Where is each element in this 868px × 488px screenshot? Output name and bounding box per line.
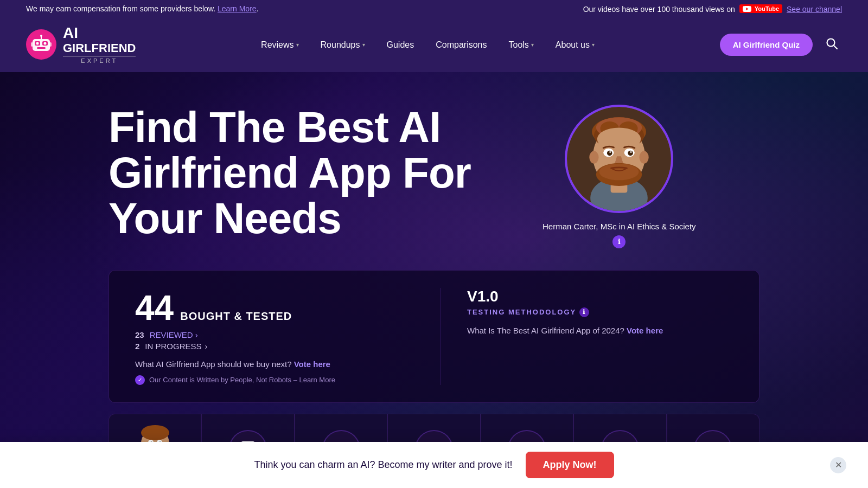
nav-comparisons[interactable]: Comparisons: [427, 36, 495, 54]
svg-point-23: [590, 151, 599, 163]
nav-about-us[interactable]: About us ▾: [547, 36, 603, 54]
hero-content: Find The Best AI Girlfriend App For Your…: [0, 72, 868, 270]
logo[interactable]: AI GIRLFRIEND EXPERT: [26, 25, 136, 64]
svg-rect-8: [31, 42, 33, 47]
search-button[interactable]: [821, 33, 842, 57]
svg-point-4: [44, 42, 47, 45]
author-avatar: [565, 105, 673, 213]
chevron-down-icon: ▾: [362, 42, 365, 48]
stats-right: V1.0 TESTING METHODOLOGY ℹ What Is The B…: [441, 288, 733, 385]
best-question: What Is The Best AI Girlfriend App of 20…: [467, 326, 733, 335]
svg-point-32: [599, 163, 639, 180]
youtube-text: YouTube: [755, 5, 779, 12]
content-notice: ✓ Our Content is Written by People, Not …: [135, 375, 427, 385]
header-right: AI Girlfriend Quiz: [720, 33, 842, 57]
best-vote-link[interactable]: Vote here: [627, 326, 663, 335]
apply-now-button[interactable]: Apply Now!: [526, 452, 614, 478]
nav-roundups[interactable]: Roundups ▾: [312, 36, 374, 54]
chevron-down-icon: ▾: [592, 42, 595, 48]
stats-left: 44 BOUGHT & TESTED 23 REVIEWED › 2 IN PR…: [135, 288, 427, 385]
logo-icon: [26, 29, 56, 60]
svg-point-3: [36, 42, 39, 45]
bought-label: BOUGHT & TESTED: [180, 310, 292, 323]
check-icon: ✓: [135, 375, 145, 385]
svg-point-30: [630, 151, 632, 153]
vote-here-link[interactable]: Vote here: [294, 359, 330, 369]
stats-section: 44 BOUGHT & TESTED 23 REVIEWED › 2 IN PR…: [108, 270, 760, 403]
floating-banner: Think you can charm an AI? Become my wri…: [0, 442, 868, 488]
methodology-info-icon[interactable]: ℹ: [579, 307, 589, 317]
svg-rect-5: [37, 47, 46, 49]
banner-text: Think you can charm an AI? Become my wri…: [254, 459, 512, 471]
chevron-down-icon: ▾: [296, 42, 299, 48]
stats-grid: 44 BOUGHT & TESTED 23 REVIEWED › 2 IN PR…: [135, 288, 733, 385]
close-banner-button[interactable]: ✕: [830, 457, 846, 473]
hero-title: Find The Best AI Girlfriend App For Your…: [108, 105, 521, 241]
svg-line-11: [834, 46, 837, 49]
in-progress-stat: 2 IN PROGRESS ›: [135, 342, 427, 351]
svg-point-24: [640, 151, 649, 163]
svg-point-7: [40, 35, 42, 37]
methodology-title: TESTING METHODOLOGY ℹ: [467, 307, 733, 317]
header: AI GIRLFRIEND EXPERT Reviews ▾ Roundups …: [0, 18, 868, 72]
nav-tools[interactable]: Tools ▾: [500, 36, 542, 54]
chevron-down-icon: ▾: [531, 42, 534, 48]
logo-text: AI GIRLFRIEND EXPERT: [63, 25, 136, 64]
quiz-button[interactable]: AI Girlfriend Quiz: [720, 34, 813, 56]
svg-rect-9: [49, 42, 52, 47]
vote-question: What AI Girlfriend App should we buy nex…: [135, 359, 427, 369]
youtube-badge: YouTube: [739, 4, 782, 13]
nav-reviews[interactable]: Reviews ▾: [252, 36, 307, 54]
see-channel-link[interactable]: See our channel: [787, 5, 842, 14]
author-info-icon[interactable]: ℹ: [612, 235, 626, 248]
author-name: Herman Carter, MSc in AI Ethics & Societ…: [542, 222, 696, 231]
hero-text: Find The Best AI Girlfriend App For Your…: [108, 105, 521, 241]
svg-point-35: [141, 425, 169, 440]
announcement-bar: We may earn compensation from some provi…: [0, 0, 868, 18]
methodology-version: V1.0: [467, 288, 733, 305]
bought-count: 44: [135, 288, 174, 328]
learn-more-link[interactable]: Learn More: [218, 4, 257, 13]
main-nav: Reviews ▾ Roundups ▾ Guides Comparisons …: [252, 36, 603, 54]
reviewed-link[interactable]: REVIEWED ›: [150, 330, 198, 339]
reviewed-stat: 23 REVIEWED ›: [135, 330, 427, 339]
hero-section: Find The Best AI Girlfriend App For Your…: [0, 72, 868, 484]
svg-point-27: [607, 150, 612, 156]
big-stat: 44 BOUGHT & TESTED: [135, 288, 427, 328]
nav-guides[interactable]: Guides: [378, 36, 423, 54]
author-block: Herman Carter, MSc in AI Ethics & Societ…: [542, 105, 696, 248]
svg-point-28: [628, 150, 634, 156]
announcement-right: Our videos have over 100 thousand views …: [583, 4, 842, 14]
announcement-left: We may earn compensation from some provi…: [26, 4, 259, 13]
svg-point-29: [610, 151, 611, 153]
